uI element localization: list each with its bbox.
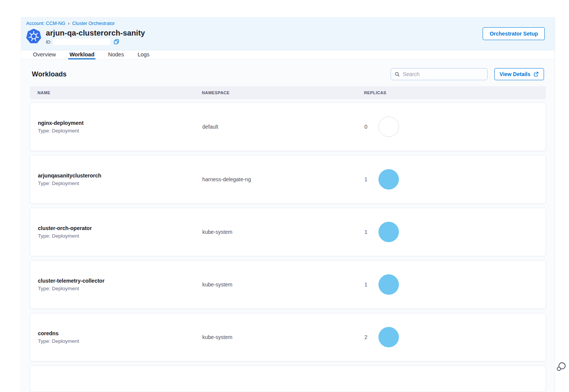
workload-name: coredns — [38, 330, 202, 336]
view-details-button[interactable]: View Details — [494, 68, 544, 80]
replica-status-circle — [378, 274, 399, 295]
breadcrumb-current-link[interactable]: Cluster Orchestrator — [72, 21, 115, 26]
workload-namespace: harness-delegate-ng — [202, 176, 364, 182]
workload-type: Type: Deployment — [38, 286, 202, 291]
tab-logs[interactable]: Logs — [136, 50, 150, 59]
replica-status-circle — [378, 169, 399, 190]
workload-name: cluster-orch-operator — [38, 225, 202, 231]
workload-name: nginx-deployment — [38, 120, 202, 126]
column-header-replicas: REPLICAS — [364, 90, 546, 95]
view-details-label: View Details — [500, 71, 530, 77]
workload-type: Type: Deployment — [38, 338, 202, 344]
id-value-redacted — [53, 39, 110, 45]
table-row[interactable]: arjunqasanityclusterorch Type: Deploymen… — [30, 155, 546, 204]
table-row[interactable]: nginx-deployment Type: Deployment defaul… — [30, 103, 546, 151]
column-header-name: NAME — [38, 90, 202, 95]
workload-namespace: default — [202, 124, 364, 130]
workload-namespace: kube-system — [202, 229, 364, 235]
breadcrumb: Account: CCM-NG › Cluster Orchestrator — [26, 21, 545, 26]
replica-count: 2 — [364, 334, 374, 340]
copy-icon[interactable] — [114, 39, 119, 45]
search-box[interactable] — [391, 68, 488, 80]
tab-nodes[interactable]: Nodes — [107, 50, 125, 59]
replica-status-circle — [378, 222, 399, 242]
kubernetes-icon — [26, 29, 41, 44]
page-title: arjun-qa-clusterorch-sanity — [46, 29, 145, 37]
breadcrumb-separator-icon: › — [68, 21, 70, 26]
table-row[interactable] — [30, 366, 546, 392]
workload-namespace: kube-system — [202, 334, 364, 340]
tab-overview[interactable]: Overview — [32, 50, 57, 59]
replica-count: 0 — [364, 124, 374, 130]
chat-help-icon[interactable] — [555, 361, 567, 372]
table-row[interactable]: cluster-orch-operator Type: Deployment k… — [30, 208, 546, 256]
id-label: ID: — [46, 40, 52, 44]
workloads-panel: Workloads View Details NAME NAMESPACE RE… — [21, 60, 555, 392]
workload-name: arjunqasanityclusterorch — [38, 173, 202, 179]
search-input[interactable] — [403, 71, 483, 77]
cluster-orchestrator-page: Account: CCM-NG › Cluster Orchestrator — [21, 17, 555, 392]
table-header: NAME NAMESPACE REPLICAS — [30, 86, 546, 99]
workload-name: cluster-telemetry-collector — [38, 278, 202, 284]
workload-type: Type: Deployment — [38, 233, 202, 239]
replica-count: 1 — [364, 229, 374, 235]
page-header: Account: CCM-NG › Cluster Orchestrator — [21, 17, 555, 50]
table-row[interactable]: cluster-telemetry-collector Type: Deploy… — [30, 260, 546, 309]
replica-status-circle — [378, 117, 399, 137]
tab-bar: Overview Workload Nodes Logs — [21, 50, 555, 60]
search-icon — [395, 72, 400, 77]
column-header-namespace: NAMESPACE — [202, 90, 364, 95]
external-link-icon — [533, 72, 539, 77]
workloads-table-body: nginx-deployment Type: Deployment defaul… — [30, 103, 546, 392]
workload-type: Type: Deployment — [38, 128, 202, 134]
tab-workload[interactable]: Workload — [68, 50, 95, 59]
section-title-workloads: Workloads — [32, 70, 67, 78]
replica-count: 1 — [364, 282, 374, 288]
breadcrumb-account-link[interactable]: Account: CCM-NG — [26, 21, 66, 26]
table-row[interactable]: coredns Type: Deployment kube-system 2 — [30, 313, 546, 361]
orchestrator-setup-button[interactable]: Orchestrator Setup — [483, 27, 545, 40]
replica-status-circle — [378, 327, 399, 347]
workload-namespace: kube-system — [202, 282, 364, 288]
replica-count: 1 — [364, 176, 374, 182]
workload-type: Type: Deployment — [38, 180, 202, 186]
